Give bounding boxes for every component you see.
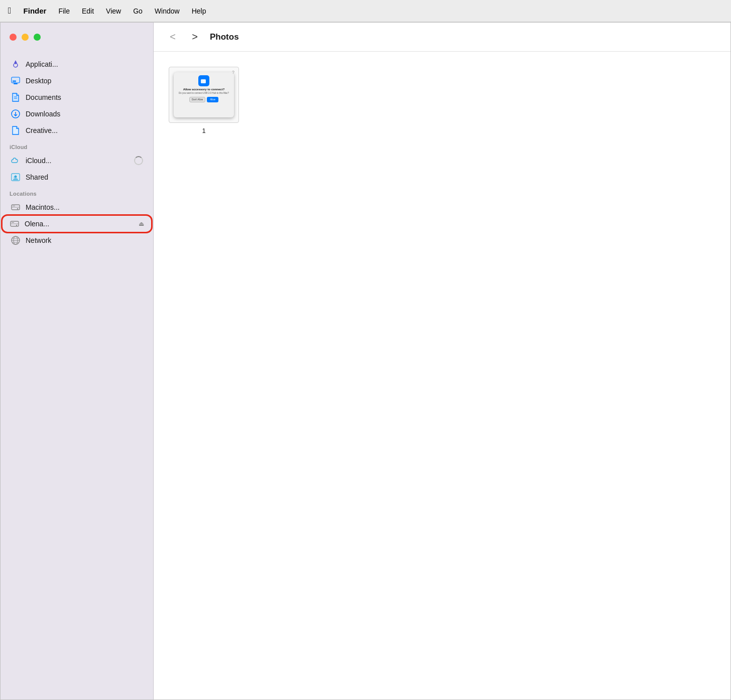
shared-icon xyxy=(11,172,21,182)
downloads-icon xyxy=(11,109,21,119)
menu-view[interactable]: View xyxy=(106,7,121,15)
content-main: ? Allow accessory to connect? Do you wan… xyxy=(154,52,730,699)
sidebar-item-downloads-label: Downloads xyxy=(26,110,143,118)
mini-dialog: ? Allow accessory to connect? Do you wan… xyxy=(174,72,234,117)
svg-point-20 xyxy=(16,225,17,226)
harddrive-icon xyxy=(11,202,21,212)
sidebar-item-desktop-label: Desktop xyxy=(26,77,143,85)
back-button[interactable]: < xyxy=(166,30,180,44)
desktop-icon xyxy=(11,76,21,86)
sidebar-item-icloud[interactable]: iCloud... xyxy=(4,153,150,169)
dialog-body: Do you want to connect USB 2.0 Hub to th… xyxy=(179,92,229,95)
sidebar-item-downloads[interactable]: Downloads xyxy=(4,106,150,122)
sidebar-item-documents[interactable]: Documents xyxy=(4,89,150,105)
sidebar-item-macintosh-label: Macintos... xyxy=(26,203,143,211)
file-name: 1 xyxy=(202,127,205,134)
sidebar-item-icloud-label: iCloud... xyxy=(26,157,129,165)
content-toolbar: < > Photos xyxy=(154,23,730,52)
sidebar-item-shared[interactable]: Shared xyxy=(4,169,150,185)
file-thumbnail: ? Allow accessory to connect? Do you wan… xyxy=(169,67,239,123)
forward-button[interactable]: > xyxy=(188,30,202,44)
dialog-buttons: Don't Allow Allow xyxy=(189,97,218,102)
sidebar-item-desktop[interactable]: Desktop xyxy=(4,73,150,89)
sidebar: Applicati... Desktop xyxy=(1,23,154,699)
icloud-icon xyxy=(11,156,21,166)
sidebar-item-olena[interactable]: Olena... ⏏ xyxy=(3,216,151,232)
svg-rect-5 xyxy=(13,80,16,82)
minimize-button[interactable] xyxy=(22,34,29,41)
menu-file[interactable]: File xyxy=(58,7,70,15)
dialog-title: Allow accessory to connect? xyxy=(183,88,225,91)
sidebar-item-creative[interactable]: Creative... xyxy=(4,122,150,138)
sidebar-item-creative-label: Creative... xyxy=(26,126,143,134)
drive-icon xyxy=(10,219,20,229)
sidebar-item-macintosh[interactable]: Macintos... xyxy=(4,199,150,215)
applications-icon xyxy=(11,59,21,69)
sidebar-item-network[interactable]: Network xyxy=(4,232,150,248)
folder-title: Photos xyxy=(210,32,239,42)
menu-help[interactable]: Help xyxy=(192,7,206,15)
sidebar-content: Applicati... Desktop xyxy=(1,52,153,699)
app-name[interactable]: Finder xyxy=(24,7,47,15)
sidebar-item-documents-label: Documents xyxy=(26,93,143,101)
documents-icon xyxy=(11,92,21,102)
eject-icon[interactable]: ⏏ xyxy=(139,220,144,227)
sidebar-item-olena-label: Olena... xyxy=(25,220,134,228)
svg-point-16 xyxy=(17,208,18,209)
svg-rect-4 xyxy=(14,83,18,84)
finder-window: Applicati... Desktop xyxy=(0,22,731,700)
dont-allow-button[interactable]: Don't Allow xyxy=(189,97,205,102)
sidebar-item-shared-label: Shared xyxy=(26,173,143,181)
content-area: < > Photos xyxy=(154,23,730,699)
titlebar xyxy=(1,23,153,52)
creative-icon xyxy=(11,125,21,135)
menu-go[interactable]: Go xyxy=(133,7,143,15)
close-button[interactable] xyxy=(10,34,17,41)
svg-point-13 xyxy=(14,177,15,178)
sidebar-item-applications-label: Applicati... xyxy=(26,60,143,68)
file-item[interactable]: ? Allow accessory to connect? Do you wan… xyxy=(169,67,239,134)
network-icon xyxy=(11,235,21,245)
svg-point-28 xyxy=(203,82,204,83)
menubar:  Finder File Edit View Go Window Help xyxy=(0,0,731,22)
svg-point-12 xyxy=(15,176,17,178)
apple-menu[interactable]:  xyxy=(8,6,12,16)
allow-button[interactable]: Allow xyxy=(207,97,218,102)
icloud-spinner xyxy=(134,156,143,165)
icloud-header: iCloud xyxy=(1,139,153,152)
menu-window[interactable]: Window xyxy=(155,7,180,15)
locations-header: Locations xyxy=(1,186,153,199)
dialog-icon xyxy=(198,75,209,86)
maximize-button[interactable] xyxy=(34,34,41,41)
sidebar-item-network-label: Network xyxy=(26,236,143,244)
dialog-question-mark: ? xyxy=(232,70,234,75)
menu-edit[interactable]: Edit xyxy=(82,7,94,15)
sidebar-item-applications[interactable]: Applicati... xyxy=(4,56,150,72)
